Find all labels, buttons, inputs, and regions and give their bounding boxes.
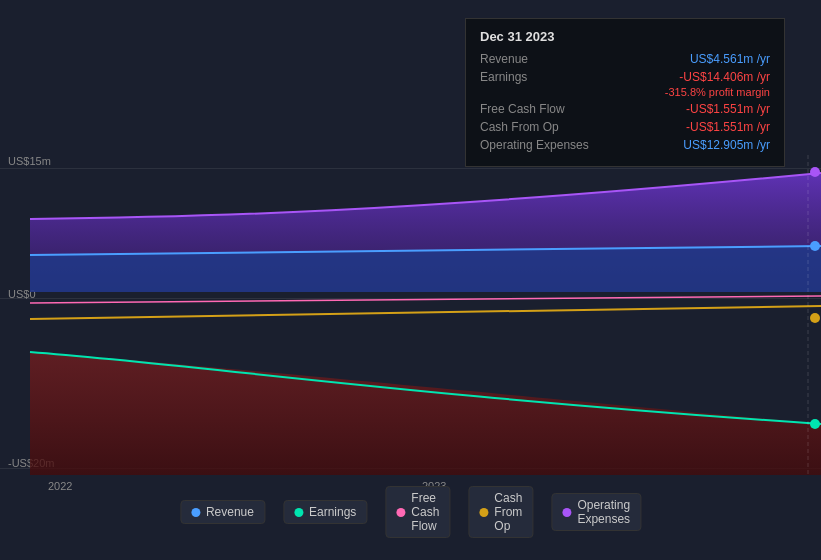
tooltip-row-earnings: Earnings -US$14.406m /yr <box>480 70 770 84</box>
data-tooltip: Dec 31 2023 Revenue US$4.561m /yr Earnin… <box>465 18 785 167</box>
dot-earnings <box>810 419 820 429</box>
legend-item-opex: Operating Expenses <box>551 493 641 531</box>
tooltip-row-fcf: Free Cash Flow -US$1.551m /yr <box>480 102 770 116</box>
legend-dot-earnings <box>294 508 303 517</box>
tooltip-row-revenue: Revenue US$4.561m /yr <box>480 52 770 66</box>
legend-label-earnings: Earnings <box>309 505 356 519</box>
legend-label-revenue: Revenue <box>206 505 254 519</box>
legend-item-fcf: Free Cash Flow <box>385 486 450 538</box>
tooltip-label-revenue: Revenue <box>480 52 528 66</box>
dot-opex <box>810 167 820 177</box>
dot-revenue <box>810 241 820 251</box>
legend-dot-fcf <box>396 508 405 517</box>
legend-item-revenue: Revenue <box>180 500 265 524</box>
tooltip-row-opex: Operating Expenses US$12.905m /yr <box>480 138 770 152</box>
tooltip-label-cashfromop: Cash From Op <box>480 120 559 134</box>
tooltip-label-fcf: Free Cash Flow <box>480 102 565 116</box>
legend-dot-cashfromop <box>479 508 488 517</box>
tooltip-value-earnings: -US$14.406m /yr <box>679 70 770 84</box>
tooltip-row-cashfromop: Cash From Op -US$1.551m /yr <box>480 120 770 134</box>
tooltip-value-fcf: -US$1.551m /yr <box>686 102 770 116</box>
chart-svg <box>0 155 821 475</box>
tooltip-date: Dec 31 2023 <box>480 29 770 44</box>
tooltip-value-opex: US$12.905m /yr <box>683 138 770 152</box>
legend-item-earnings: Earnings <box>283 500 367 524</box>
tooltip-label-earnings: Earnings <box>480 70 527 84</box>
chart-legend: Revenue Earnings Free Cash Flow Cash Fro… <box>180 486 641 538</box>
tooltip-label-opex: Operating Expenses <box>480 138 589 152</box>
legend-label-cashfromop: Cash From Op <box>494 491 522 533</box>
tooltip-profit-margin: -315.8% profit margin <box>480 86 770 98</box>
legend-dot-revenue <box>191 508 200 517</box>
x-label-2022: 2022 <box>48 480 72 492</box>
dot-cashfromop <box>810 313 820 323</box>
legend-label-opex: Operating Expenses <box>577 498 630 526</box>
tooltip-value-revenue: US$4.561m /yr <box>690 52 770 66</box>
legend-label-fcf: Free Cash Flow <box>411 491 439 533</box>
tooltip-value-cashfromop: -US$1.551m /yr <box>686 120 770 134</box>
legend-dot-opex <box>562 508 571 517</box>
legend-item-cashfromop: Cash From Op <box>468 486 533 538</box>
